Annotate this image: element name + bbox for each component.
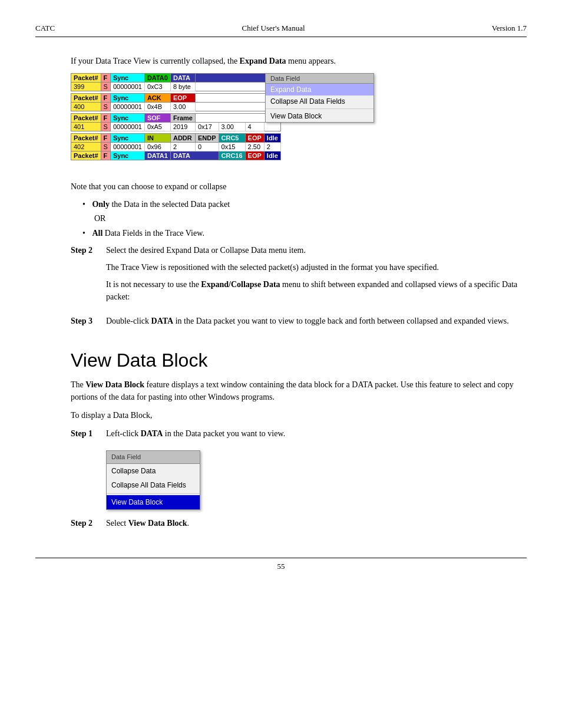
section-heading: View Data Block: [71, 350, 527, 371]
col3-val-399: 0xC3: [144, 83, 170, 91]
page-header: CATC Chief User's Manual Version 1.7: [35, 24, 527, 37]
col3-val-401: 0xA5: [144, 123, 170, 131]
sync-400: Sync: [110, 94, 144, 103]
step-2-vdb-t1: Select: [106, 519, 128, 528]
menu-item-expand-data[interactable]: Expand Data: [266, 84, 373, 95]
bullet-only: Only the Data in the selected Data packe…: [82, 198, 527, 210]
bullet-all-rest: Data Fields in the Trace View.: [103, 229, 204, 238]
menu-item-view-data-block[interactable]: View Data Block: [266, 110, 373, 122]
frame-401: Frame: [170, 114, 195, 123]
menu-divider-1: [266, 108, 373, 109]
menu-item-collapse-all[interactable]: Collapse All Data Fields: [266, 95, 373, 107]
step-2-vdb-content: Select View Data Block.: [106, 517, 527, 534]
packet-402-header: Packet# F Sync IN ADDR ENDP CRC5 EOP Idl…: [71, 134, 281, 143]
packet-label-401: Packet#: [71, 114, 101, 123]
eop-last: EOP: [245, 151, 264, 160]
menu2-item-collapse-data[interactable]: Collapse Data: [107, 464, 200, 478]
step-1-vdb-t1: Left-click: [106, 429, 141, 438]
step-1-vdb-label: Step 1: [71, 427, 100, 510]
packet-402-id: 402: [71, 143, 101, 151]
col4-val-402: 2: [170, 143, 195, 151]
page-number: 55: [277, 562, 285, 571]
sync-401: Sync: [110, 114, 144, 123]
data0-399: DATA0: [144, 74, 170, 83]
section-bold1: View Data Block: [85, 380, 144, 389]
sync-val-401: 00000001: [110, 123, 144, 131]
packet-402-data: 402 S 00000001 0x96 2 0 0x15 2.50 2: [71, 143, 281, 151]
step-3-label: Step 3: [71, 315, 100, 332]
packet-400-data: 400 S 00000001 0x4B 3.00: [71, 103, 281, 111]
intro-text1: If your Data Trace View is currently col…: [71, 57, 240, 65]
data-last: DATA: [170, 151, 219, 160]
ack-400: ACK: [144, 94, 170, 103]
idle-last: Idle: [264, 151, 280, 160]
sync-last: Sync: [110, 151, 144, 160]
step-2-vdb-bold: View Data Block: [128, 519, 187, 528]
col5-val-402: 0: [195, 143, 219, 151]
page-footer: 55: [35, 558, 527, 571]
s-flag-399: S: [101, 83, 110, 91]
intro-text2: menu appears.: [286, 57, 336, 65]
context-menu2-title: Data Field: [107, 451, 200, 464]
extra-401: [264, 123, 280, 131]
bullet-only-bold: Only: [92, 200, 110, 209]
step-3-text: Double-click DATA in the Data packet you…: [106, 315, 527, 327]
step-1-vdb-text: Left-click DATA in the Data packet you w…: [106, 427, 527, 440]
data-399: DATA: [170, 74, 195, 83]
packet-label-402: Packet#: [71, 134, 101, 143]
step-3: Step 3 Double-click DATA in the Data pac…: [71, 315, 527, 332]
step-2-body2: It is not necessary to use the Expand/Co…: [106, 278, 527, 303]
sync-val-399: 00000001: [110, 83, 144, 91]
col3-val-400: 0x4B: [144, 103, 170, 111]
f-flag-last: F: [101, 151, 110, 160]
sync-399: Sync: [110, 74, 144, 83]
step-2-vdb-label: Step 2: [71, 517, 100, 534]
page: CATC Chief User's Manual Version 1.7 If …: [0, 0, 562, 595]
in-402: IN: [144, 134, 170, 143]
step-2-vdb-text: Select View Data Block.: [106, 517, 527, 529]
section-body-1a: The: [71, 380, 85, 389]
s-flag-401: S: [101, 123, 110, 131]
menu2-item-view-data-block[interactable]: View Data Block: [107, 495, 200, 509]
bullet-all: All Data Fields in the Trace View.: [82, 227, 527, 239]
s-flag-402: S: [101, 143, 110, 151]
step-2: Step 2 Select the desired Expand Data or…: [71, 244, 527, 308]
bullet-list: Only the Data in the selected Data packe…: [82, 198, 527, 239]
eop-400: EOP: [170, 94, 195, 103]
intro-paragraph: If your Data Trace View is currently col…: [71, 55, 527, 67]
step-2-content: Select the desired Expand Data or Collap…: [106, 244, 527, 308]
step-3-bold: DATA: [151, 317, 174, 325]
section-body-1: The View Data Block feature displays a t…: [71, 378, 527, 403]
eop-402: EOP: [245, 134, 264, 143]
context-menu-1[interactable]: Data Field Expand Data Collapse All Data…: [265, 73, 374, 123]
step-2-bold: Expand/Collapse Data: [201, 280, 280, 289]
step-2-label: Step 2: [71, 244, 100, 308]
header-center: Chief User's Manual: [242, 24, 305, 33]
menu2-item-collapse-all[interactable]: Collapse All Data Fields: [107, 478, 200, 492]
main-content: If your Data Trace View is currently col…: [71, 55, 527, 534]
bullet-all-bold: All: [92, 229, 103, 238]
packet-label-last: Packet#: [71, 151, 101, 160]
step-3-content: Double-click DATA in the Data packet you…: [106, 315, 527, 332]
intro-bold: Expand Data: [240, 57, 286, 65]
context-menu-2[interactable]: Data Field Collapse Data Collapse All Da…: [106, 450, 200, 510]
packet-last-header: Packet# F Sync DATA1 DATA CRC16 EOP Idle: [71, 151, 281, 160]
note-text: Note that you can choose to expand or co…: [71, 180, 527, 193]
step-1-vdb-content: Left-click DATA in the Data packet you w…: [106, 427, 527, 510]
col7-val-402: 2.50: [245, 143, 264, 151]
step-2-text: Select the desired Expand Data or Collap…: [106, 244, 527, 256]
packet-399-data: 399 S 00000001 0xC3 8 byte: [71, 83, 281, 91]
col8-val-402: 2: [264, 143, 280, 151]
menu2-divider: [107, 493, 200, 494]
idle-402: Idle: [264, 134, 280, 143]
crc5-402: CRC5: [219, 134, 245, 143]
packet-label-400: Packet#: [71, 94, 101, 103]
col6-val-401: 3.00: [219, 123, 245, 131]
endp-402: ENDP: [195, 134, 219, 143]
f-flag-401: F: [101, 114, 110, 123]
col6-val-402: 0x15: [219, 143, 245, 151]
trace-screenshot: Packet# F Sync DATA0 DATA 399 S 00000001…: [71, 73, 281, 160]
col4-val-399: 8 byte: [170, 83, 195, 91]
bullet-only-rest: the Data in the selected Data packet: [110, 200, 230, 209]
col4-val-400: 3.00: [170, 103, 195, 111]
